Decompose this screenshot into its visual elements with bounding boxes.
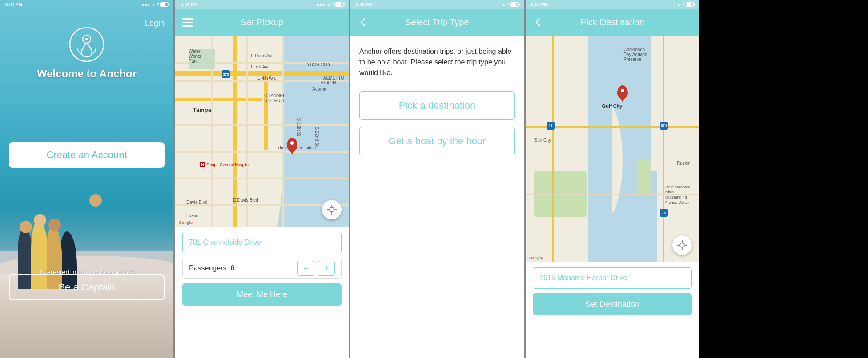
google-logo-4: Google	[529, 256, 543, 260]
bay-left	[588, 36, 612, 262]
wifi-icon: ▲	[151, 2, 156, 7]
dest-pin-dot	[621, 89, 624, 92]
i275-badge: 275	[222, 70, 230, 78]
decrement-button[interactable]: −	[297, 261, 314, 276]
road-interstate	[175, 71, 349, 76]
pin-dot	[290, 141, 294, 145]
get-boat-label: Get a boat by the hour	[389, 135, 486, 147]
signal-icon-2: ●●●	[317, 2, 325, 7]
head-2	[34, 214, 46, 227]
hospital-area: H Tampa General Hospital	[200, 162, 249, 167]
hamburger-line-3	[182, 25, 193, 27]
captain-button[interactable]: Be a Captain	[9, 274, 165, 300]
dest-pin-body	[617, 85, 628, 99]
dest-back-button[interactable]	[533, 17, 543, 28]
dest-header-title: Pick Destination	[580, 17, 644, 28]
crosshair-icon	[327, 205, 337, 215]
gulf-highway-v	[552, 36, 554, 262]
trip-header: Select Trip Type	[350, 9, 524, 36]
dest-header: Pick Destination	[526, 9, 699, 36]
anchor-logo	[69, 27, 104, 62]
svg-point-2	[85, 38, 88, 40]
sun-city-label: Sun City	[534, 138, 551, 143]
gulf-city-label: Gulf City	[602, 103, 623, 109]
road-minor-5	[175, 178, 349, 179]
passengers-row: Passengers: 6 − +	[182, 258, 342, 279]
cockroach-bay-label: CockroachBay AquaticPreserve	[623, 47, 647, 62]
s20th-label: S 20th St	[297, 118, 301, 136]
back-arrow-icon	[359, 17, 366, 28]
head-3	[48, 219, 61, 231]
road-minor-v3	[282, 36, 284, 227]
create-account-button[interactable]: Create an Account	[9, 142, 165, 168]
dest-address-input[interactable]	[533, 267, 692, 289]
road-minor-4	[175, 151, 349, 153]
palmetto-label: PALMETTOBEACH	[321, 76, 344, 85]
pickup-header-title: Set Pickup	[241, 17, 283, 28]
dest-map-pin	[616, 85, 629, 103]
channel-label: CHANNELDISTRICT	[264, 93, 285, 103]
davis-label: Davis Blvd	[186, 200, 207, 205]
dest-controls: Set Destination	[526, 262, 699, 321]
create-account-label: Create an Account	[46, 149, 127, 161]
hospital-icon: H	[200, 162, 205, 167]
status-time-1: 8:44 PM	[5, 2, 22, 7]
ruskin-label: Ruskin	[677, 160, 691, 166]
welcome-title: Welcome to Anchor	[37, 68, 137, 80]
status-icons-3: ↑ ▲ ⁸	[498, 2, 518, 7]
land-coast	[526, 36, 599, 262]
bluetooth-icon: ⁸	[157, 2, 159, 7]
status-bar-3: 5:48 PM ↑ ▲ ⁸	[350, 0, 524, 9]
wifi-icon-2: ▲	[326, 2, 331, 7]
status-bar-2: 5:51 PM ●●● ▲ ⁸	[175, 0, 349, 9]
dest-back-arrow-icon	[534, 17, 542, 28]
meet-here-label: Meet Me Here	[237, 290, 287, 299]
i41-badge: 41	[547, 122, 555, 130]
road-minor-3	[175, 124, 349, 126]
battery-icon	[160, 2, 168, 7]
screen-dest: 5:52 PM ↑ ▲ ⁸ Pick Destination	[526, 0, 699, 358]
green-park	[637, 160, 651, 195]
screen-pickup: 5:51 PM ●●● ▲ ⁸ Set Pickup	[175, 0, 349, 358]
dest-location-button[interactable]	[672, 235, 692, 255]
decrement-icon: −	[303, 263, 309, 274]
ybor-label: YBOR CITY	[307, 62, 331, 67]
adamo-label: Adamo	[312, 87, 326, 91]
trip-content: Anchor offers destination trips, or just…	[350, 36, 524, 173]
status-icons-4: ↑ ▲ ⁸	[673, 2, 694, 7]
bluetooth-icon-2: ⁸	[332, 2, 334, 7]
passengers-label: Passengers: 6	[189, 264, 234, 272]
get-boat-button[interactable]: Get a boat by the hour	[359, 127, 515, 155]
wifi-icon-3: ▲	[502, 2, 506, 7]
hamburger-menu-button[interactable]	[182, 18, 193, 27]
google-logo-2: Google	[179, 220, 193, 225]
set-destination-button[interactable]: Set Destination	[533, 293, 692, 315]
status-time-4: 5:52 PM	[531, 2, 548, 7]
svg-point-3	[330, 207, 334, 212]
trip-header-title: Select Trip Type	[405, 17, 469, 28]
land-right	[651, 36, 699, 262]
wifi-icon-4: ▲	[677, 2, 681, 7]
signal-icon: ●●●	[142, 2, 150, 7]
address-input[interactable]	[182, 232, 342, 253]
status-bar-4: 5:52 PM ↑ ▲ ⁸	[526, 0, 699, 9]
pick-destination-button[interactable]: Pick a destination	[359, 91, 515, 120]
logo-area: Welcome to Anchor	[0, 27, 173, 80]
increment-icon: +	[324, 263, 329, 274]
meet-here-button[interactable]: Meet Me Here	[182, 283, 342, 306]
location-button[interactable]	[322, 200, 342, 219]
luzon-label: Luzon	[186, 213, 198, 218]
e7th-label: E 7th Ave	[251, 64, 270, 69]
back-button[interactable]	[358, 17, 368, 28]
epalm-label: E Palm Ave	[251, 53, 274, 58]
edavis-label: E Davis Blvd	[233, 198, 258, 203]
pickup-header: Set Pickup	[175, 9, 349, 36]
dest-map[interactable]: 674 75 41 CockroachBay AquaticPreserve G…	[526, 36, 699, 262]
increment-button[interactable]: +	[318, 261, 335, 276]
head-4	[89, 194, 102, 207]
pickup-map[interactable]: Tampa WaterWorksPark CHANNELDISTRICT YBO…	[175, 36, 349, 227]
trip-description: Anchor offers destination trips, or just…	[359, 46, 515, 78]
battery-icon-3	[510, 2, 518, 7]
battery-icon-2	[335, 2, 343, 7]
screen-trip: 5:48 PM ↑ ▲ ⁸ Select Trip Type Anchor of…	[350, 0, 524, 358]
